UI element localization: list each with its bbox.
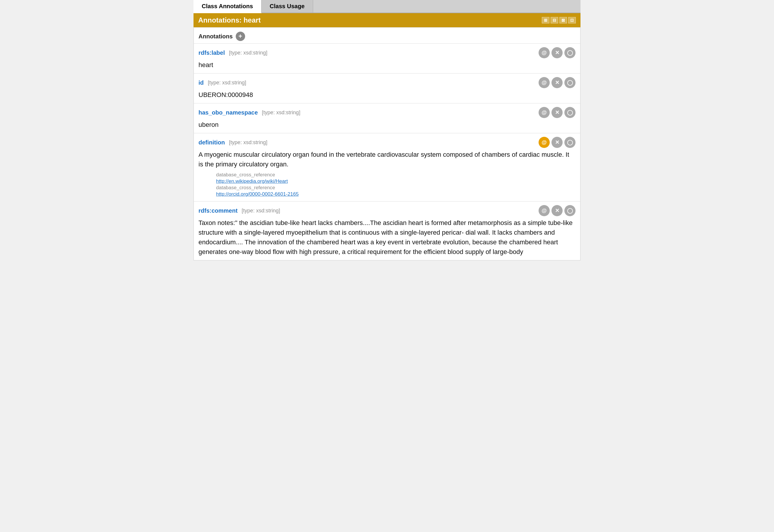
prop-type-rdfs-comment: [type: xsd:string] <box>242 208 280 214</box>
prop-name-id[interactable]: id <box>199 79 204 86</box>
annotation-definition: definition [type: xsd:string] @ ✕ ◯ A my… <box>194 133 580 201</box>
prop-name-rdfs-label[interactable]: rdfs:label <box>199 50 225 56</box>
tab-class-annotations[interactable]: Class Annotations <box>193 0 262 13</box>
action-btns-definition: @ ✕ ◯ <box>538 137 575 148</box>
title-bar-icons: ⊞ ⊟ ⊠ ⊡ <box>542 17 576 23</box>
annotation-has-obo-namespace-header: has_obo_namespace [type: xsd:string] @ ✕… <box>199 107 575 118</box>
sub-link-3[interactable]: http://orcid.org/0000-0002-6601-2165 <box>216 191 299 197</box>
annotation-id: id [type: xsd:string] @ ✕ ◯ UBERON:00009… <box>194 73 580 103</box>
sub-label-2: database_cross_reference <box>216 185 275 190</box>
prop-name-definition[interactable]: definition <box>199 139 225 146</box>
x-btn-definition[interactable]: ✕ <box>551 137 562 148</box>
prop-type-definition: [type: xsd:string] <box>229 139 267 146</box>
at-btn-definition[interactable]: @ <box>538 137 550 148</box>
sub-link-1[interactable]: http://en.wikipedia.org/wiki/Heart <box>216 178 288 184</box>
annotation-rdfs-comment: rdfs:comment [type: xsd:string] @ ✕ ◯ Ta… <box>194 201 580 260</box>
x-btn-id[interactable]: ✕ <box>551 77 562 88</box>
window-icon-box[interactable]: ⊠ <box>559 17 567 23</box>
prop-name-has-obo-namespace[interactable]: has_obo_namespace <box>199 109 258 116</box>
title-bar: Annotations: heart ⊞ ⊟ ⊠ ⊡ <box>193 13 580 27</box>
window-icon-grid[interactable]: ⊞ <box>542 17 549 23</box>
sub-item-0: database_cross_reference <box>216 172 575 178</box>
x-btn-has-obo-namespace[interactable]: ✕ <box>551 107 562 118</box>
add-annotation-button[interactable]: + <box>236 32 245 41</box>
prop-type-id: [type: xsd:string] <box>208 80 246 86</box>
sub-annotations-definition: database_cross_reference http://en.wikip… <box>216 172 575 197</box>
action-btns-rdfs-label: @ ✕ ◯ <box>538 47 575 58</box>
at-btn-rdfs-comment[interactable]: @ <box>538 205 550 216</box>
prop-value-has-obo-namespace: uberon <box>199 120 575 129</box>
annotation-rdfs-label: rdfs:label [type: xsd:string] @ ✕ ◯ hear… <box>194 43 580 73</box>
prop-value-rdfs-comment: Taxon notes:" the ascidian tube-like hea… <box>199 218 575 257</box>
sub-item-3: http://orcid.org/0000-0002-6601-2165 <box>216 191 575 197</box>
action-btns-has-obo-namespace: @ ✕ ◯ <box>538 107 575 118</box>
window-icon-close[interactable]: ⊡ <box>568 17 576 23</box>
annotation-has-obo-namespace: has_obo_namespace [type: xsd:string] @ ✕… <box>194 103 580 133</box>
circle-btn-definition[interactable]: ◯ <box>564 137 575 148</box>
at-btn-has-obo-namespace[interactable]: @ <box>538 107 550 118</box>
action-btns-rdfs-comment: @ ✕ ◯ <box>538 205 575 216</box>
x-btn-rdfs-comment[interactable]: ✕ <box>551 205 562 216</box>
main-panel: Annotations + rdfs:label [type: xsd:stri… <box>193 27 580 260</box>
x-btn-rdfs-label[interactable]: ✕ <box>551 47 562 58</box>
prop-name-rdfs-comment[interactable]: rdfs:comment <box>199 207 238 214</box>
action-btns-id: @ ✕ ◯ <box>538 77 575 88</box>
tabs-bar: Class Annotations Class Usage <box>193 0 580 13</box>
circle-btn-id[interactable]: ◯ <box>564 77 575 88</box>
sub-label-0: database_cross_reference <box>216 172 275 178</box>
sub-item-2: database_cross_reference <box>216 185 575 191</box>
section-header: Annotations + <box>194 28 580 43</box>
prop-value-id: UBERON:0000948 <box>199 90 575 100</box>
prop-type-rdfs-label: [type: xsd:string] <box>229 50 267 56</box>
section-label: Annotations <box>199 33 233 40</box>
circle-btn-has-obo-namespace[interactable]: ◯ <box>564 107 575 118</box>
annotation-rdfs-label-header: rdfs:label [type: xsd:string] @ ✕ ◯ <box>199 47 575 58</box>
prop-type-has-obo-namespace: [type: xsd:string] <box>262 110 300 116</box>
circle-btn-rdfs-comment[interactable]: ◯ <box>564 205 575 216</box>
title-bar-label: Annotations: heart <box>198 16 261 24</box>
tab-class-usage[interactable]: Class Usage <box>262 0 313 13</box>
annotation-rdfs-comment-header: rdfs:comment [type: xsd:string] @ ✕ ◯ <box>199 205 575 216</box>
annotation-id-header: id [type: xsd:string] @ ✕ ◯ <box>199 77 575 88</box>
annotation-definition-header: definition [type: xsd:string] @ ✕ ◯ <box>199 137 575 148</box>
sub-item-1: http://en.wikipedia.org/wiki/Heart <box>216 178 575 184</box>
at-btn-id[interactable]: @ <box>538 77 550 88</box>
prop-value-definition: A myogenic muscular circulatory organ fo… <box>199 150 575 169</box>
circle-btn-rdfs-label[interactable]: ◯ <box>564 47 575 58</box>
prop-value-rdfs-label: heart <box>199 60 575 70</box>
window-icon-minus[interactable]: ⊟ <box>550 17 558 23</box>
at-btn-rdfs-label[interactable]: @ <box>538 47 550 58</box>
